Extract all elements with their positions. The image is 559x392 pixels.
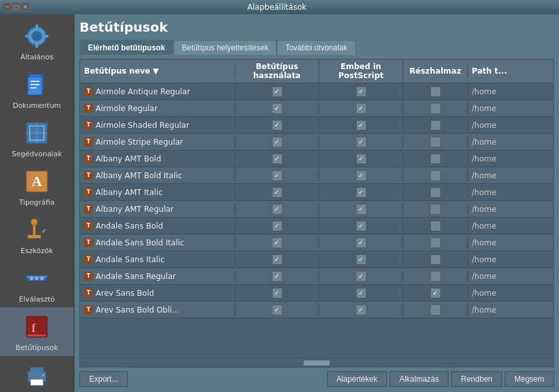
table-row[interactable]: TAlbany AMT Regular/home <box>80 201 553 218</box>
embed-checkbox[interactable] <box>357 154 366 163</box>
table-row[interactable]: TAlbany AMT Italic/home <box>80 184 553 201</box>
usage-checkbox[interactable] <box>273 138 282 147</box>
sidebar-item-eszkozok[interactable]: Eszközök <box>0 211 74 259</box>
cell-embed[interactable] <box>319 152 403 165</box>
cell-subset[interactable] <box>403 203 468 216</box>
sidebar-item-elvalaszto[interactable]: Elválasztó <box>0 259 74 307</box>
sidebar-item-altalanos[interactable]: Általános <box>0 17 74 65</box>
cell-subset[interactable] <box>403 236 468 249</box>
cell-usage[interactable] <box>235 304 319 316</box>
embed-checkbox[interactable] <box>357 238 366 247</box>
table-row[interactable]: TAirmole Antique Regular/home <box>80 83 553 100</box>
embed-checkbox[interactable] <box>357 87 366 96</box>
subset-checkbox[interactable] <box>431 238 440 247</box>
embed-checkbox[interactable] <box>357 188 366 197</box>
usage-checkbox[interactable] <box>273 305 282 315</box>
cell-subset[interactable] <box>403 169 468 182</box>
sidebar-item-betutipusok[interactable]: fBetűtípusok <box>0 307 74 356</box>
cell-usage[interactable] <box>235 102 319 115</box>
usage-checkbox[interactable] <box>273 272 282 281</box>
export-button[interactable]: Export... <box>79 371 128 387</box>
table-row[interactable]: TAirmole Regular/home <box>80 100 553 117</box>
usage-checkbox[interactable] <box>273 222 282 231</box>
subset-checkbox[interactable] <box>431 154 440 163</box>
table-row[interactable]: TAlbany AMT Bold Italic/home <box>80 167 553 184</box>
subset-checkbox[interactable] <box>431 188 440 197</box>
subset-checkbox[interactable] <box>431 289 440 298</box>
cell-usage[interactable] <box>235 253 319 266</box>
usage-checkbox[interactable] <box>273 188 282 197</box>
embed-checkbox[interactable] <box>357 255 366 264</box>
horizontal-scrollbar[interactable] <box>80 358 553 367</box>
subset-checkbox[interactable] <box>431 205 440 214</box>
table-row[interactable]: TAirmole Stripe Regular/home <box>80 134 553 150</box>
megsem-button[interactable]: Mégsem <box>505 371 554 387</box>
cell-embed[interactable] <box>319 169 403 182</box>
cell-subset[interactable] <box>403 85 468 98</box>
alapertekek-button[interactable]: Alapértékek <box>327 371 387 387</box>
cell-usage[interactable] <box>235 203 319 216</box>
table-row[interactable]: TAlbany AMT Bold/home <box>80 150 553 167</box>
tab-helyettesites[interactable]: Betűtípus helyettesítések <box>173 40 277 55</box>
rendben-button[interactable]: Rendben <box>451 371 502 387</box>
embed-checkbox[interactable] <box>357 138 366 147</box>
embed-checkbox[interactable] <box>357 205 366 214</box>
usage-checkbox[interactable] <box>273 255 282 264</box>
cell-subset[interactable] <box>403 287 468 300</box>
tab-utvonalak[interactable]: További útvonalak <box>277 40 355 55</box>
cell-usage[interactable] <box>235 169 319 182</box>
table-row[interactable]: TAirmole Shaded Regular/home <box>80 117 553 134</box>
sidebar-item-segedvonalak[interactable]: Segédvonalak <box>0 114 74 162</box>
embed-checkbox[interactable] <box>357 289 366 298</box>
embed-checkbox[interactable] <box>357 171 366 180</box>
embed-checkbox[interactable] <box>357 305 366 315</box>
cell-subset[interactable] <box>403 119 468 132</box>
cell-usage[interactable] <box>235 152 319 165</box>
cell-usage[interactable] <box>235 186 319 199</box>
usage-checkbox[interactable] <box>273 171 282 180</box>
cell-embed[interactable] <box>319 119 403 132</box>
embed-checkbox[interactable] <box>357 121 366 130</box>
sidebar-item-dokumentum[interactable]: Dokumentum <box>0 65 74 114</box>
cell-subset[interactable] <box>403 220 468 232</box>
cell-usage[interactable] <box>235 85 319 98</box>
cell-subset[interactable] <box>403 152 468 165</box>
usage-checkbox[interactable] <box>273 121 282 130</box>
table-row[interactable]: TArev Sans Bold/home <box>80 285 553 302</box>
cell-subset[interactable] <box>403 186 468 199</box>
cell-subset[interactable] <box>403 304 468 316</box>
cell-usage[interactable] <box>235 287 319 300</box>
cell-subset[interactable] <box>403 102 468 115</box>
sidebar-item-nyomtato[interactable]: Nyomtató <box>0 356 74 392</box>
embed-checkbox[interactable] <box>357 104 366 113</box>
cell-embed[interactable] <box>319 287 403 300</box>
usage-checkbox[interactable] <box>273 289 282 298</box>
usage-checkbox[interactable] <box>273 104 282 113</box>
subset-checkbox[interactable] <box>431 222 440 231</box>
maximize-button[interactable]: □ <box>12 3 21 12</box>
cell-embed[interactable] <box>319 85 403 98</box>
cell-usage[interactable] <box>235 119 319 132</box>
embed-checkbox[interactable] <box>357 222 366 231</box>
subset-checkbox[interactable] <box>431 305 440 315</box>
cell-embed[interactable] <box>319 304 403 316</box>
col-header-name[interactable]: Betűtípus neve ▼ <box>80 64 235 78</box>
alkalmazas-button[interactable]: Alkalmazás <box>390 371 448 387</box>
table-row[interactable]: TArev Sans Bold Obli.../home <box>80 302 553 318</box>
cell-usage[interactable] <box>235 236 319 249</box>
cell-embed[interactable] <box>319 270 403 283</box>
table-row[interactable]: TAndale Sans Bold/home <box>80 218 553 234</box>
sidebar-item-tipografia[interactable]: ATipográfia <box>0 162 74 211</box>
tab-elerheto[interactable]: Elérhető betűtípusok <box>79 40 173 55</box>
minimize-button[interactable]: ─ <box>3 3 12 12</box>
cell-embed[interactable] <box>319 102 403 115</box>
subset-checkbox[interactable] <box>431 171 440 180</box>
cell-embed[interactable] <box>319 186 403 199</box>
table-row[interactable]: TAndale Sans Italic/home <box>80 251 553 268</box>
cell-subset[interactable] <box>403 136 468 149</box>
usage-checkbox[interactable] <box>273 205 282 214</box>
table-row[interactable]: TAndale Sans Bold Italic/home <box>80 234 553 251</box>
embed-checkbox[interactable] <box>357 272 366 281</box>
cell-subset[interactable] <box>403 253 468 266</box>
cell-embed[interactable] <box>319 236 403 249</box>
